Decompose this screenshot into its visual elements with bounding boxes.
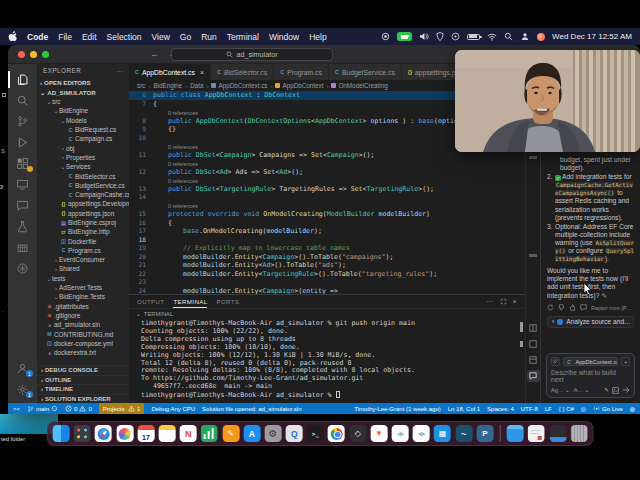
- panel-tab-terminal[interactable]: TERMINAL: [173, 295, 207, 308]
- code-line-20[interactable]: 20modelBuilder.Entity<Campaign>().ToTabl…: [129, 253, 525, 262]
- statusbar-csharp-devkit[interactable]: ◎: [581, 405, 586, 412]
- codelens[interactable]: 0 references: [129, 159, 525, 168]
- statusbar-encoding[interactable]: UTF-8: [521, 406, 538, 412]
- breadcrumb-item[interactable]: BidEngine: [153, 82, 182, 89]
- record-icon[interactable]: [381, 32, 390, 41]
- tree-item-ad-simulator-sln[interactable]: ≡ad_simulator.sln: [37, 320, 129, 329]
- chat-input-placeholder[interactable]: Describe what to build next: [551, 369, 630, 383]
- tools-icon[interactable]: ✎: [604, 387, 609, 393]
- search-icon[interactable]: [8, 90, 37, 111]
- menu-go[interactable]: Go: [180, 32, 191, 42]
- account-icon[interactable]: 1: [8, 358, 37, 379]
- add-context-button[interactable]: +: [621, 357, 630, 366]
- tree-item-adserver-tests[interactable]: ›AdServer.Tests: [37, 283, 129, 292]
- statusbar-solution[interactable]: Solution file opened: ad_simulator.sln: [202, 406, 301, 412]
- code-line-12[interactable]: 12public DbSet<Ad> Ads => Set<Ad>();: [129, 168, 525, 177]
- dock-brave-icon[interactable]: ▼: [370, 425, 387, 442]
- dock-downloads-folder-icon[interactable]: [507, 425, 524, 442]
- dock-numbers-icon[interactable]: [201, 425, 218, 442]
- dock-safari-icon[interactable]: [95, 425, 112, 442]
- split-terminal-icon[interactable]: [527, 322, 540, 334]
- tree-item-bidrequest-cs[interactable]: CBidRequest.cs: [37, 125, 129, 134]
- tree-item--gitignore[interactable]: ◆.gitignore: [37, 311, 129, 320]
- tree-item-dockerextra-txt[interactable]: ≡dockerextra.txt: [37, 348, 129, 357]
- maximize-panel-icon[interactable]: [500, 298, 507, 305]
- zoom-window-button[interactable]: [42, 51, 49, 58]
- menu-view[interactable]: View: [152, 32, 170, 42]
- statusbar-go-live[interactable]: Go Live: [593, 405, 623, 412]
- dock-photos-icon[interactable]: [116, 425, 133, 442]
- tree-item-contributing-md[interactable]: MCONTRIBUTING.md: [37, 329, 129, 338]
- docker-box-icon[interactable]: [8, 237, 37, 258]
- statusbar-eol[interactable]: LF: [545, 406, 552, 412]
- tree-item-tests[interactable]: ⌄tests: [37, 274, 129, 283]
- volume-icon[interactable]: [419, 32, 429, 41]
- screen-recording-camera-icon[interactable]: [397, 32, 412, 41]
- kubernetes-icon[interactable]: [8, 258, 37, 279]
- dock-app-store-icon[interactable]: A: [243, 425, 260, 442]
- statusbar-cursor-position[interactable]: Ln 18, Col 1: [448, 406, 480, 412]
- tree-item-campaigncashe-cs[interactable]: CCampaignCashe.cs: [37, 190, 129, 199]
- menu-help[interactable]: Help: [309, 32, 326, 42]
- back-icon[interactable]: ←: [150, 50, 159, 59]
- section-debug-console[interactable]: ›DEBUG CONSOLE: [37, 365, 129, 375]
- thumbs-down-icon[interactable]: [558, 304, 565, 311]
- codelens[interactable]: 0 references: [129, 176, 525, 185]
- section-outline[interactable]: ›OUTLINE: [37, 375, 129, 385]
- tab-appdbcontext-cs[interactable]: CAppDbContext.cs×: [129, 64, 211, 80]
- menu-file[interactable]: File: [58, 32, 72, 42]
- dock-pages-icon[interactable]: ✎: [222, 425, 239, 442]
- breadcrumb-item[interactable]: OnModelCreating: [331, 82, 387, 89]
- code-line-22[interactable]: 22modelBuilder.Entity<TargetingRule>().T…: [129, 270, 525, 279]
- model-label[interactable]: Raptor mini (Previe: [591, 304, 634, 312]
- menu-terminal[interactable]: Terminal: [227, 32, 259, 42]
- context-file-chip[interactable]: C AppDbContext.cs: [563, 357, 619, 366]
- minimize-window-button[interactable]: [30, 51, 37, 58]
- explorer-more-icon[interactable]: ⋯: [116, 67, 123, 74]
- statusbar-problems[interactable]: 0 0: [65, 405, 92, 412]
- tab-bidselector-cs[interactable]: CBidSelector.cs: [211, 64, 274, 80]
- extensions-icon[interactable]: [8, 153, 37, 174]
- thumbs-up-icon[interactable]: [569, 304, 576, 311]
- breadcrumb-item[interactable]: AppDbContext: [275, 82, 323, 89]
- model-dropdown[interactable]: A… ⌄: [574, 387, 590, 393]
- codelens[interactable]: 0 references: [129, 202, 525, 211]
- tree-item-bidengine[interactable]: ⌄BidEngine: [37, 106, 129, 115]
- code-line-24[interactable]: 24modelBuilder.Entity<Campaign>(entity =…: [129, 287, 525, 295]
- breadcrumb-item[interactable]: src: [137, 82, 145, 89]
- source-control-icon[interactable]: [8, 111, 37, 132]
- terminal-tab-icon[interactable]: [527, 338, 540, 350]
- desktop-folder-label[interactable]: ted folder: [1, 436, 25, 442]
- image-icon[interactable]: [612, 387, 619, 394]
- disc-icon[interactable]: [451, 32, 460, 41]
- tab-program-cs[interactable]: CProgram.cs: [274, 64, 329, 80]
- terminal-header[interactable]: ⌄ TERMINAL: [129, 308, 525, 318]
- command-center-search[interactable]: ad_simulator: [171, 48, 333, 61]
- menu-window[interactable]: Window: [269, 32, 299, 42]
- comment-icon[interactable]: [580, 304, 587, 311]
- section-solution-explorer[interactable]: ›SOLUTION EXPLORER: [37, 394, 129, 404]
- shield-icon[interactable]: [436, 32, 444, 41]
- dock-vscode-insiders-icon[interactable]: </>: [392, 425, 409, 442]
- tab-budgetservice-cs[interactable]: CBudgetService.cs: [329, 64, 402, 80]
- code-line-13[interactable]: 13public DbSet<TargetingRule> TargetingR…: [129, 185, 525, 194]
- dock-mysql-icon[interactable]: ~: [455, 425, 472, 442]
- tree-item-appsettings-json[interactable]: {}appsettings.json: [37, 209, 129, 218]
- wifi-icon[interactable]: [487, 33, 497, 41]
- regenerate-icon[interactable]: [547, 304, 554, 311]
- tree-item-program-cs[interactable]: CProgram.cs: [37, 246, 129, 255]
- statusbar-branch[interactable]: main: [27, 405, 58, 413]
- menubar-clock[interactable]: Wed Dec 17 12:52 AM: [552, 32, 632, 41]
- dock-news-icon[interactable]: N: [180, 425, 197, 442]
- close-window-button[interactable]: [18, 51, 25, 58]
- dock-launchpad-icon[interactable]: [74, 425, 91, 442]
- section-timeline[interactable]: ›TIMELINE: [37, 384, 129, 394]
- settings-gear-icon[interactable]: 1: [8, 379, 37, 400]
- chat-input-box[interactable]: C AppDbContext.cs + Describe what to bui…: [546, 353, 635, 398]
- dock-postgres-icon[interactable]: P: [476, 425, 493, 442]
- attach-icon[interactable]: [551, 357, 560, 366]
- dock-unity-icon[interactable]: ◇: [349, 425, 366, 442]
- code-line-23[interactable]: 23: [129, 278, 525, 287]
- tree-item-shared[interactable]: ›Shared: [37, 264, 129, 273]
- tree-item-src[interactable]: ⌄src: [37, 97, 129, 106]
